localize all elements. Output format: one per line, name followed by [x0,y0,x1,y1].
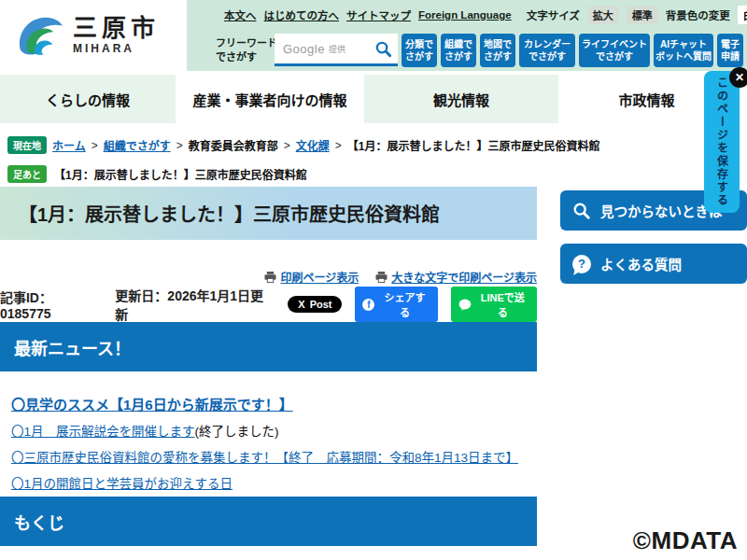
list-item: 〇見学のススメ【1月6日から新展示です！】 [11,394,518,413]
mdata-watermark: ©MDATA [633,526,738,555]
button-label: さがす [405,50,433,63]
quick-search-buttons: 分類で さがす 組織で さがす 地図で さがす カレンダー でさがす ライフイベ… [402,34,743,67]
news-link-nickname-recruit[interactable]: 〇三原市歴史民俗資料館の愛称を募集します！【終了 応募期間：令和8年1月13日ま… [11,451,518,465]
page: 三原市 MIHARA 本文へ はじめての方へ サイトマップ Foreign La… [0,0,747,560]
close-icon[interactable]: ✕ [729,67,747,88]
search-by-calendar-button[interactable]: カレンダー でさがす [519,34,575,67]
list-item: 〇1月 展示解説会を開催します(終了しました) [11,421,518,440]
bg-color-label: 背景色の変更 [666,7,730,22]
search-label-line2: でさがす [216,50,277,64]
x-post-label: Post [310,299,332,310]
search-label: フリーワード でさがす [216,36,277,64]
logo-text: 三原市 MIHARA [73,16,160,55]
facebook-logo-icon: f [362,299,374,311]
e-application-button[interactable]: 電子 申請 [717,34,743,67]
line-share-label: LINEで送る [476,289,529,319]
breadcrumb-org-search[interactable]: 組織でさがす [104,137,171,153]
breadcrumb-current-page: 【1月：展示替しました！】三原市歴史民俗資料館 [347,137,600,153]
font-size-expand-button[interactable]: 拡大 [587,6,619,24]
toc-section-heading: もくじ [0,497,537,546]
facebook-share-button[interactable]: f シェアする [355,287,437,322]
google-provided-text: 提供 [329,43,374,55]
font-size-label: 文字サイズ [527,7,580,22]
breadcrumb-separator: > [176,139,183,152]
article-updated: 更新日：2026年1月1日更新 [115,286,275,323]
button-label: 組織で [444,38,472,50]
nav-tourism-info[interactable]: 観光情報 [364,75,558,123]
button-label: でさがす [529,50,566,63]
search-icon [572,202,591,220]
question-bubble-icon: ? [572,255,591,273]
breadcrumb-separator: > [284,139,290,152]
list-item: 〇三原市歴史民俗資料館の愛称を募集します！【終了 応募期間：令和8年1月13日ま… [11,447,518,466]
breadcrumb-separator: > [335,139,342,152]
site-logo[interactable]: 三原市 MIHARA [0,0,187,71]
button-label: 分類で [405,38,433,50]
print-links-row: 印刷ページ表示 大きな文字で印刷ページ表示 [0,269,537,285]
nav-business-info[interactable]: 産業・事業者向けの情報 [177,75,362,123]
line-logo-icon [458,299,472,311]
print-link-label: 印刷ページ表示 [280,269,359,285]
news-link-exhibit-session[interactable]: 〇1月 展示解説会を開催します [11,425,195,439]
facebook-share-label: シェアする [379,289,430,319]
site-header: 三原市 MIHARA 本文へ はじめての方へ サイトマップ Foreign La… [0,0,747,71]
article-id: 記事ID：0185775 [0,287,102,321]
search-by-map-button[interactable]: 地図で さがす [480,34,515,67]
breadcrumb-education-dept: 教育委員会教育部 [189,137,278,153]
breadcrumb-separator: > [92,139,98,152]
button-label: ボットへ質問 [655,50,712,63]
print-link-label: 大きな文字で印刷ページ表示 [391,269,537,285]
search-input[interactable]: Google 提供 [275,34,398,66]
page-title: 【1月：展示替しました！】三原市歴史民俗資料館 [0,187,537,240]
x-post-button[interactable]: X Post [288,296,342,313]
link-sitemap[interactable]: サイトマップ [346,7,411,22]
font-size-standard-button[interactable]: 標準 [627,6,658,24]
current-location-badge: 現在地 [7,136,47,154]
logo-romaji: MIHARA [73,42,160,55]
print-large-text-link[interactable]: 大きな文字で印刷ページ表示 [375,269,537,285]
mihara-logo-icon [15,12,65,59]
breadcrumb-home[interactable]: ホーム [52,137,86,153]
save-page-tab[interactable]: このページを保存する [704,71,740,213]
button-label: 申請 [721,50,740,63]
search-icon[interactable] [374,40,392,58]
button-label: でさがす [596,50,633,63]
news-section-heading: 最新ニュース！ [0,322,537,371]
link-first-time[interactable]: はじめての方へ [264,7,340,22]
line-share-button[interactable]: LINEで送る [451,287,537,322]
search-by-category-button[interactable]: 分類で さがす [402,34,437,67]
link-skip-to-content[interactable]: 本文へ [224,7,257,22]
utility-bar: 本文へ はじめての方へ サイトマップ Foreign Language 文字サイ… [224,6,747,24]
nav-living-info[interactable]: くらしの情報 [0,75,176,123]
news-suffix: (終了しました) [195,425,279,439]
button-label: カレンダー [524,38,571,50]
button-label: AIチャット [660,38,707,50]
faq-button[interactable]: ? よくある質問 [560,244,747,284]
main-nav: くらしの情報 産業・事業者向けの情報 観光情報 市政情報 [0,75,747,123]
search-by-life-event-button[interactable]: ライフイベント でさがす [579,34,650,67]
google-brand-text: Google [283,42,325,56]
ai-chatbot-button[interactable]: AIチャット ボットへ質問 [654,34,713,67]
button-label: さがす [444,50,472,63]
news-link-opening-days[interactable]: 〇1月の開館日と学芸員がお迎えする日 [11,477,233,491]
news-link-new-exhibit[interactable]: 〇見学のススメ【1月6日から新展示です！】 [11,397,293,413]
link-foreign-language[interactable]: Foreign Language [418,9,512,21]
printer-icon [264,272,276,283]
search-by-organization-button[interactable]: 組織で さがす [441,34,476,67]
bg-white-button[interactable]: 白 [738,6,747,24]
breadcrumb-culture-section[interactable]: 文化課 [296,137,330,153]
footprint-text: 【1月：展示替しました！】三原市歴史民俗資料館 [54,166,307,182]
printer-icon [375,272,388,283]
button-label: ライフイベント [582,38,647,50]
print-page-link[interactable]: 印刷ページ表示 [264,269,359,285]
list-item: 〇1月の開館日と学芸員がお迎えする日 [11,473,518,492]
article-meta-row: 記事ID：0185775 更新日：2026年1月1日更新 X Post f シェ… [0,286,537,323]
logo-city-name: 三原市 [73,16,160,41]
button-label: 電子 [721,38,740,50]
x-logo-icon: X [298,299,304,310]
faq-label: よくある質問 [600,254,682,273]
button-label: さがす [484,50,512,63]
button-label: 地図で [484,38,512,50]
search-label-line1: フリーワード [216,36,277,50]
footprint-row: 足あと 【1月：展示替しました！】三原市歴史民俗資料館 [7,165,307,183]
